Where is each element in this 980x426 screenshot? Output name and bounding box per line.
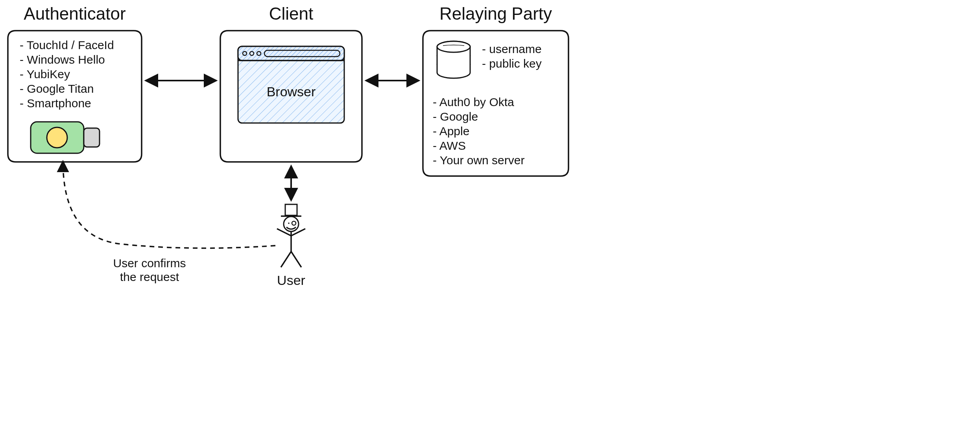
svg-text:- username: - username bbox=[482, 42, 542, 55]
authenticator-box: Authenticator - TouchId / FaceId - Windo… bbox=[8, 4, 142, 162]
auth-item-1: Windows Hello bbox=[27, 53, 105, 66]
user-confirms-line1: User confirms bbox=[113, 257, 186, 270]
svg-text:- Your own server: - Your own server bbox=[433, 154, 524, 167]
svg-text:- Auth0 by Okta: - Auth0 by Okta bbox=[433, 95, 514, 108]
client-title: Client bbox=[269, 4, 314, 23]
svg-point-33 bbox=[288, 222, 290, 224]
browser-label: Browser bbox=[267, 84, 316, 99]
svg-text:- Google Titan: - Google Titan bbox=[20, 82, 94, 95]
rp-stored-1: public key bbox=[489, 57, 541, 70]
user-label: User bbox=[277, 273, 305, 288]
svg-text:- TouchId / FaceId: - TouchId / FaceId bbox=[20, 39, 114, 51]
browser-window-icon: Browser bbox=[238, 46, 344, 123]
svg-text:- YubiKey: - YubiKey bbox=[20, 68, 70, 81]
relying-party-box: Relaying Party - username - public key -… bbox=[423, 4, 568, 176]
user-figure-icon bbox=[277, 204, 305, 267]
auth-item-2: YubiKey bbox=[27, 68, 70, 81]
svg-point-21 bbox=[437, 41, 470, 52]
svg-text:- Apple: - Apple bbox=[433, 125, 469, 138]
rp-prov-2: Apple bbox=[439, 125, 470, 138]
user-confirms-line2: the request bbox=[120, 270, 179, 283]
auth-item-4: Smartphone bbox=[27, 97, 91, 110]
rp-stored-0: username bbox=[489, 42, 541, 55]
svg-rect-11 bbox=[84, 128, 100, 147]
rp-prov-3: AWS bbox=[439, 139, 466, 152]
svg-line-38 bbox=[291, 252, 301, 267]
database-icon bbox=[437, 41, 470, 78]
diagram-canvas: Authenticator - TouchId / FaceId - Windo… bbox=[0, 0, 980, 426]
svg-text:- AWS: - AWS bbox=[433, 139, 466, 152]
svg-text:- public key: - public key bbox=[482, 57, 542, 70]
authenticator-title: Authenticator bbox=[24, 4, 125, 23]
rp-prov-1: Google bbox=[440, 110, 478, 123]
client-box: Client Browser bbox=[220, 4, 362, 162]
auth-item-3: Google Titan bbox=[27, 82, 94, 95]
svg-point-10 bbox=[47, 127, 67, 148]
rp-prov-4: Your own server bbox=[440, 154, 525, 167]
svg-text:- Windows Hello: - Windows Hello bbox=[20, 53, 105, 66]
svg-text:- Google: - Google bbox=[433, 110, 478, 123]
svg-line-37 bbox=[281, 252, 291, 267]
svg-rect-29 bbox=[285, 204, 297, 215]
arrow-user-confirms bbox=[63, 161, 275, 248]
rp-prov-0: Auth0 by Okta bbox=[439, 95, 514, 108]
svg-text:- Smartphone: - Smartphone bbox=[20, 97, 91, 110]
relying-party-title: Relaying Party bbox=[439, 4, 552, 23]
auth-item-0: TouchId / FaceId bbox=[27, 39, 114, 51]
